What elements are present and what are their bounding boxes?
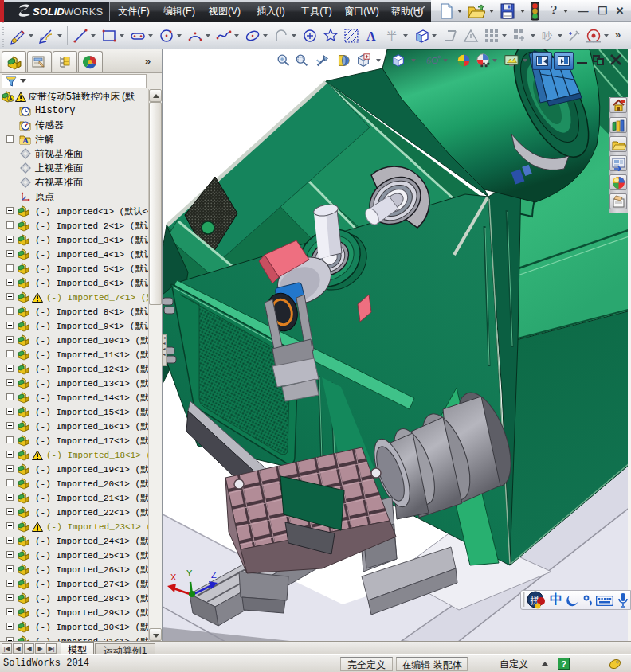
svg-text:半: 半 <box>386 29 398 42</box>
svg-text:SOLID: SOLID <box>33 6 65 18</box>
svg-text:Z: Z <box>211 570 217 580</box>
svg-text:WORKS: WORKS <box>64 6 103 18</box>
svg-text:吵: 吵 <box>542 30 552 42</box>
svg-text:A: A <box>366 29 376 43</box>
svg-text:X: X <box>170 572 177 582</box>
svg-text:Y: Y <box>186 568 193 578</box>
svg-text:A: A <box>22 135 29 144</box>
